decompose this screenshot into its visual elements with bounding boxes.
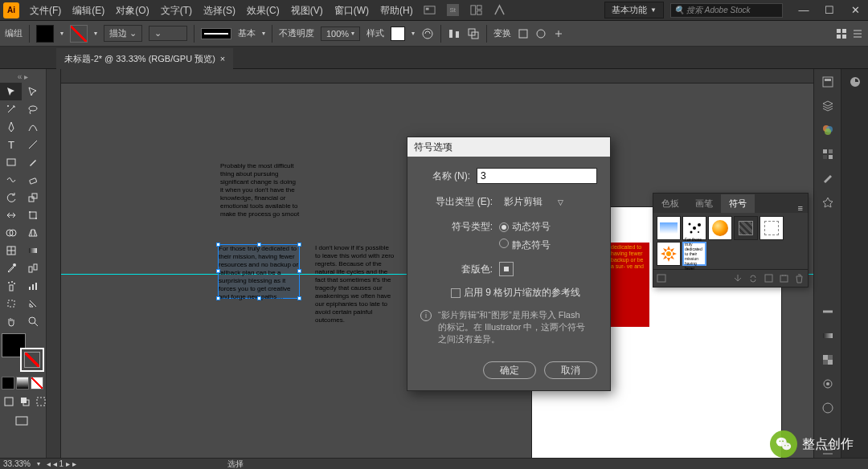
stroke-swatch[interactable] — [70, 25, 88, 43]
canvas-red-block[interactable]: dedicated to having fewer backup or be a… — [609, 243, 649, 327]
opacity-input[interactable]: 100%▾ — [321, 27, 360, 41]
toolbox-collapse[interactable]: « ▸ — [0, 71, 46, 83]
curvature-tool[interactable] — [22, 118, 43, 136]
properties-panel-icon[interactable] — [820, 74, 836, 90]
delete-symbol-icon[interactable] — [794, 273, 805, 283]
gradient-tool[interactable] — [22, 242, 43, 259]
transparency-panel-icon[interactable] — [820, 352, 836, 368]
panel-tab-swatches[interactable]: 色板 — [653, 194, 687, 213]
direct-selection-tool[interactable] — [22, 83, 43, 100]
width-tool[interactable] — [0, 206, 22, 224]
mesh-tool[interactable] — [0, 242, 22, 259]
window-close[interactable]: ✕ — [845, 3, 865, 18]
swatches-panel-icon[interactable] — [820, 146, 836, 162]
window-minimize[interactable]: — — [794, 3, 813, 18]
symbol-name-input[interactable] — [477, 168, 597, 184]
isolate-icon[interactable] — [535, 28, 547, 39]
zoom-level[interactable]: 33.33% — [3, 459, 31, 468]
break-link-icon[interactable] — [748, 273, 759, 283]
workspace-switcher[interactable]: 基本功能▼ — [604, 2, 664, 18]
column-graph-tool[interactable] — [22, 277, 43, 295]
tab-close-icon[interactable]: × — [220, 54, 225, 63]
menu-view[interactable]: 视图(V) — [285, 0, 329, 21]
scale-tool[interactable] — [22, 189, 43, 206]
menu-help[interactable]: 帮助(H) — [375, 0, 419, 21]
symbol-sprayer-tool[interactable] — [0, 277, 22, 295]
screen-mode-button[interactable] — [0, 412, 43, 430]
recolor-icon[interactable] — [421, 27, 434, 40]
magic-wand-tool[interactable] — [0, 100, 22, 118]
type-tool[interactable]: T — [0, 136, 22, 153]
ok-button[interactable]: 确定 — [483, 361, 536, 379]
align-icon[interactable] — [448, 27, 461, 40]
free-transform-tool[interactable] — [22, 206, 43, 224]
radio-dynamic-symbol[interactable] — [499, 222, 509, 232]
stroke-panel-icon[interactable] — [820, 304, 836, 320]
rectangle-tool[interactable] — [0, 153, 22, 171]
fill-stroke-control[interactable] — [2, 333, 44, 372]
style-swatch[interactable] — [391, 27, 405, 41]
menu-object[interactable]: 对象(O) — [110, 0, 154, 21]
menu-file[interactable]: 文件(F) — [24, 0, 67, 21]
hand-tool[interactable] — [0, 312, 22, 330]
brushes-panel-icon[interactable] — [820, 170, 836, 186]
menu-type[interactable]: 文字(T) — [155, 0, 198, 21]
symbol-thumb[interactable] — [657, 242, 681, 266]
stock-icon[interactable]: St — [447, 4, 459, 16]
symbol-thumb[interactable] — [760, 216, 784, 240]
shaper-tool[interactable] — [0, 171, 22, 189]
panel-menu-icon[interactable] — [852, 28, 863, 39]
symbols-panel-icon[interactable] — [820, 194, 836, 210]
artboard-tool[interactable] — [0, 295, 22, 312]
cancel-button[interactable]: 取消 — [544, 361, 597, 379]
canvas-text-block-3[interactable]: I don't know if it's possible to leave t… — [315, 244, 395, 324]
stroke-weight-dropdown[interactable]: 描边 ⌄ — [104, 25, 142, 42]
nine-slice-checkbox[interactable] — [451, 288, 461, 298]
selection-tool[interactable] — [0, 83, 22, 100]
arrange-hv-icon[interactable] — [553, 28, 564, 39]
stroke-width-input[interactable]: ⌄ — [149, 26, 187, 41]
stock-search-input[interactable]: 🔍搜索 Adobe Stock — [670, 3, 783, 18]
shape-builder-tool[interactable] — [0, 224, 22, 242]
radio-static-symbol[interactable] — [499, 239, 509, 248]
registration-grid-icon[interactable] — [499, 262, 514, 276]
rotate-tool[interactable] — [0, 189, 22, 206]
layers-panel-icon[interactable] — [820, 98, 836, 114]
line-tool[interactable] — [22, 136, 43, 153]
menu-window[interactable]: 窗口(W) — [329, 0, 375, 21]
none-fill-icon[interactable] — [31, 377, 43, 389]
slice-tool[interactable] — [22, 295, 43, 312]
panel-menu-icon[interactable]: ≡ — [793, 203, 808, 213]
bridge-icon[interactable] — [424, 4, 436, 16]
libraries-panel-icon[interactable] — [847, 74, 863, 90]
panel-tab-symbols[interactable]: 符号 — [721, 194, 755, 213]
appearance-panel-icon[interactable] — [820, 376, 836, 392]
symbol-thumb[interactable] — [657, 216, 681, 240]
window-maximize[interactable]: ☐ — [820, 3, 839, 18]
export-type-select[interactable]: 影片剪辑 ▽ — [499, 194, 568, 210]
symbol-thumb[interactable] — [708, 216, 732, 240]
canvas-text-block-2-selected[interactable]: For those truly dedicated to their missi… — [218, 244, 300, 299]
canvas-text-block-1[interactable]: Probably the most difficult thing about … — [220, 162, 301, 218]
menu-select[interactable]: 选择(S) — [198, 0, 241, 21]
paintbrush-tool[interactable] — [22, 153, 43, 171]
panel-grid-icon[interactable] — [836, 28, 847, 39]
symbol-library-icon[interactable] — [657, 273, 667, 283]
lasso-tool[interactable] — [22, 100, 43, 118]
transform-icon[interactable] — [518, 28, 529, 39]
graphic-styles-panel-icon[interactable] — [820, 400, 836, 416]
arrange-icon[interactable] — [470, 4, 482, 16]
document-tab[interactable]: 未标题-2* @ 33.33% (RGB/GPU 预览) × — [56, 48, 233, 69]
color-panel-icon[interactable] — [820, 122, 836, 138]
menu-edit[interactable]: 编辑(E) — [67, 0, 110, 21]
new-symbol-icon[interactable] — [779, 273, 789, 283]
gradient-fill-icon[interactable] — [16, 377, 29, 389]
stroke-color-icon[interactable] — [20, 348, 44, 372]
perspective-tool[interactable] — [22, 224, 43, 242]
panel-tab-brushes[interactable]: 画笔 — [687, 194, 721, 213]
symbols-panel[interactable]: 色板 画笔 符号 ≡ For those truly dedicated to … — [653, 193, 809, 288]
stroke-profile[interactable] — [201, 28, 231, 39]
symbol-thumb[interactable] — [734, 216, 758, 240]
eyedropper-tool[interactable] — [0, 259, 22, 277]
symbol-options-icon[interactable] — [764, 273, 774, 283]
